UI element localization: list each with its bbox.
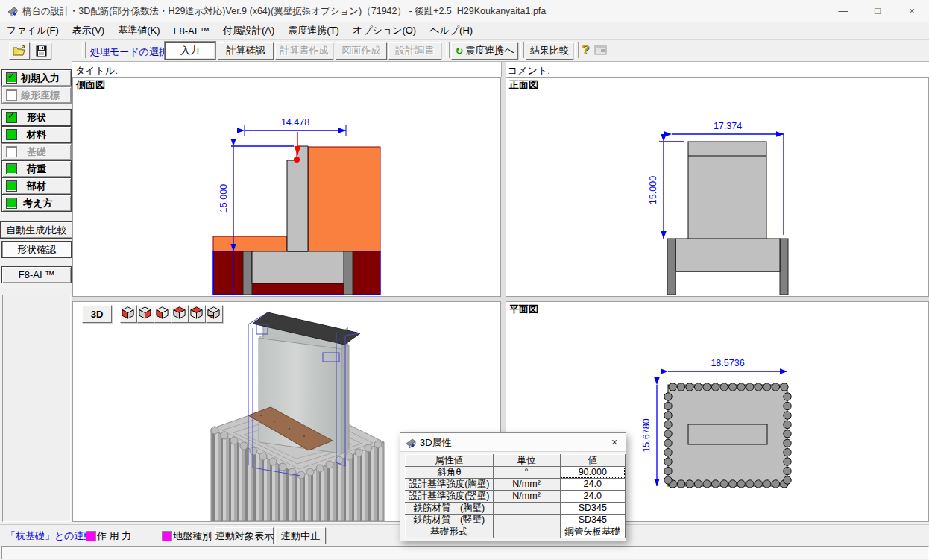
stop-link-button[interactable]: 連動中止 (275, 527, 326, 545)
checkbox-filled-icon (6, 163, 17, 174)
menu-seismic-link[interactable]: 震度連携(T) (281, 24, 346, 37)
menu-options[interactable]: オプション(O) (346, 24, 423, 37)
auto-generate-button[interactable]: 自動生成/比較 (0, 221, 73, 239)
open-file-button[interactable] (9, 42, 30, 60)
checkbox-checked-icon (6, 72, 17, 84)
table-row: 鉄筋材質 (胸壁) SD345 (406, 503, 626, 515)
mode-input-button[interactable]: 入力 (165, 42, 215, 60)
sidebar-item-linear-coords[interactable]: 線形座標 (1, 86, 72, 104)
save-button[interactable] (31, 42, 51, 60)
mode-design-record-button[interactable]: 設計調書 (388, 42, 441, 60)
menu-f8ai[interactable]: F8-AI ™ (167, 25, 216, 37)
soil-legend-label: 地盤種別 (173, 529, 212, 543)
side-dim-height: 15.000 (218, 184, 229, 213)
front-dim-height: 15.000 (648, 176, 658, 204)
field-divider (501, 62, 506, 78)
three-d-mode-button[interactable]: 3D (82, 305, 112, 323)
show-link-target-button[interactable]: 連動対象表示 (215, 527, 274, 545)
seismic-link-label: 震度連携へ (465, 44, 514, 57)
col-header-attribute: 属性値 (406, 455, 494, 467)
three-d-attributes-dialog: 3D属性 × 属性値 単位 値 斜角θ ° 90.000 設計基準強度(胸壁) … (400, 432, 626, 541)
dialog-close-icon[interactable]: × (608, 435, 621, 449)
cube-view-icon-4[interactable] (171, 305, 189, 323)
menu-view[interactable]: 表示(V) (66, 24, 111, 37)
status-message-area (1, 546, 929, 559)
sidebar-item-shape[interactable]: 形状 (1, 109, 72, 126)
table-row: 斜角θ ° 90.000 (406, 467, 626, 479)
col-header-value: 値 (560, 455, 626, 467)
help-icon[interactable]: ? (582, 43, 589, 57)
minimize-button[interactable]: — (826, 0, 860, 22)
soil-legend-swatch (162, 531, 172, 541)
side-dim-width: 14.478 (281, 117, 309, 128)
status-bar (0, 544, 929, 560)
open-folder-icon (13, 45, 26, 57)
shape-check-button[interactable]: 形状確認 (1, 241, 72, 258)
pile-foundation-link-label: 「杭基礎」との連動 (6, 529, 94, 543)
sidebar-item-member[interactable]: 部材 (1, 177, 72, 195)
window-titlebar: 橋台の設計・3D配筋(部分係数法・H29道示対応)Ver.9 (x64)(翼壁拡… (0, 0, 929, 23)
checkbox-filled-icon (6, 180, 17, 192)
attributes-table: 属性値 単位 値 斜角θ ° 90.000 設計基準強度(胸壁) N/mm² 2… (405, 454, 626, 538)
side-view-panel: 側面図 14.478 15.000 (72, 77, 501, 297)
front-view-label: 正面図 (509, 78, 538, 92)
table-row: 設計基準強度(胸壁) N/mm² 24.0 (406, 479, 626, 491)
refresh-icon: ↻ (455, 45, 463, 57)
cube-view-icon-1[interactable] (120, 305, 137, 323)
cube-view-icon-3[interactable] (154, 305, 171, 323)
sidebar-item-material[interactable]: 材料 (1, 126, 72, 143)
comment-field-label: コメント: (508, 64, 550, 78)
value-cell-selected[interactable]: 90.000 (560, 467, 626, 479)
force-legend-label: 作 用 力 (97, 529, 131, 543)
close-button[interactable]: × (895, 0, 929, 22)
menu-bar: ファイル(F) 表示(V) 基準値(K) F8-AI ™ 付属設計(A) 震度連… (0, 22, 929, 40)
plan-dim-height: 15.6780 (641, 418, 652, 452)
plan-view-label: 平面図 (509, 303, 538, 316)
mode-drawing-button[interactable]: 図面作成 (336, 42, 387, 60)
table-row: 基礎形式 鋼管矢板基礎 (406, 526, 626, 538)
checkbox-checked-icon (6, 112, 17, 123)
plan-dim-width: 18.5736 (711, 358, 744, 368)
cube-view-icon-2[interactable] (137, 305, 154, 323)
force-legend-swatch (86, 531, 96, 541)
checkbox-empty-icon (6, 146, 17, 157)
checkbox-filled-icon (6, 198, 17, 209)
app-icon (7, 5, 19, 17)
cube-view-icon-5[interactable] (189, 305, 206, 323)
front-view-panel: 正面図 17.374 15.000 (506, 77, 929, 297)
col-header-unit: 単位 (493, 455, 560, 467)
selected-point-marker (294, 157, 300, 163)
sidebar-empty-panel (2, 295, 71, 522)
field-row: タイトル: コメント: (72, 61, 929, 78)
dialog-titlebar[interactable]: 3D属性 × (400, 433, 626, 452)
sidebar-item-load[interactable]: 荷重 (1, 160, 72, 177)
sidebar-item-initial-input[interactable]: 初期入力 (1, 69, 72, 86)
seismic-link-button[interactable]: ↻ 震度連携へ (451, 42, 518, 60)
toolbar-grip (4, 42, 7, 58)
maximize-button[interactable]: □ (860, 0, 895, 22)
form-window-icon (594, 45, 607, 55)
app-icon (405, 437, 417, 449)
toolbar-grip (575, 42, 579, 58)
checkbox-filled-icon (6, 129, 17, 140)
toolbar-grip (82, 42, 86, 58)
table-row: 鉄筋材質 (竪壁) SD345 (406, 515, 626, 526)
menu-file[interactable]: ファイル(F) (0, 24, 66, 37)
main-toolbar: 処理モードの選択 入力 計算確認 計算書作成 図面作成 設計調書 ↻ 震度連携へ… (0, 40, 929, 62)
cube-view-icon-6[interactable] (206, 305, 223, 323)
menu-attached-design[interactable]: 付属設計(A) (216, 24, 281, 37)
sidebar: 初期入力 線形座標 形状 材料 基礎 荷重 部材 考え方 自動生成/比較 形状確… (0, 61, 72, 524)
sidebar-item-foundation[interactable]: 基礎 (1, 143, 72, 160)
toolbar-grip (446, 42, 450, 58)
result-compare-button[interactable]: 結果比較 (526, 42, 573, 60)
toolbar-grip (520, 42, 524, 58)
menu-help[interactable]: ヘルプ(H) (423, 24, 479, 37)
sidebar-item-concept[interactable]: 考え方 (1, 195, 72, 212)
table-row: 設計基準強度(竪壁) N/mm² 24.0 (406, 491, 626, 503)
f8ai-button[interactable]: F8-AI ™ (1, 266, 72, 283)
mode-report-button[interactable]: 計算書作成 (275, 42, 333, 60)
save-floppy-icon (36, 45, 47, 57)
menu-standard-values[interactable]: 基準値(K) (111, 24, 166, 37)
dialog-title: 3D属性 (420, 436, 452, 450)
mode-calc-check-button[interactable]: 計算確認 (218, 42, 274, 60)
